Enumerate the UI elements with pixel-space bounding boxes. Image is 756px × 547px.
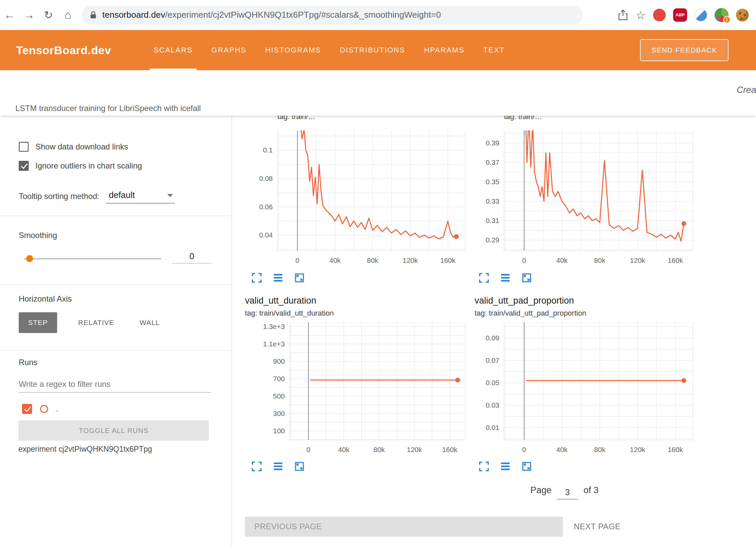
smoothing-label: Smoothing xyxy=(19,231,57,240)
svg-text:80k: 80k xyxy=(373,446,385,453)
fullscreen-icon[interactable] xyxy=(478,461,490,472)
address-bar[interactable]: tensorboard.dev/experiment/cj2vtPiwQHKN9… xyxy=(82,6,583,24)
url-text: tensorboard.dev/experiment/cj2vtPiwQHKN9… xyxy=(102,10,441,20)
back-icon[interactable]: ← xyxy=(0,8,19,21)
svg-text:40k: 40k xyxy=(556,446,568,453)
svg-text:0.04: 0.04 xyxy=(259,231,273,239)
svg-text:160k: 160k xyxy=(668,446,683,453)
avatar-badge: 1 xyxy=(723,16,731,23)
forward-icon[interactable]: → xyxy=(19,8,39,21)
ignore-outliers-row: Ignore outliers in chart scaling xyxy=(19,161,142,171)
data-lines-icon[interactable] xyxy=(272,461,284,472)
tab-distributions[interactable]: DISTRIBUTIONS xyxy=(336,30,409,70)
previous-page-button[interactable]: PREVIOUS PAGE xyxy=(245,517,563,537)
chart-tag: tag: train/valid_utt_duration xyxy=(245,309,334,318)
show-download-checkbox[interactable] xyxy=(19,142,29,152)
tab-graphs[interactable]: GRAPHS xyxy=(207,30,250,70)
chart-bottom-left: 1003005007009001.1e+31.3e+3040k80k120k16… xyxy=(249,322,469,455)
tensorboard-page: ← → ↻ ⌂ tensorboard.dev/experiment/cj2vt… xyxy=(0,0,756,547)
chart-actions xyxy=(478,461,532,472)
svg-text:80k: 80k xyxy=(594,256,606,264)
tab-histograms[interactable]: HISTOGRAMS xyxy=(261,30,325,70)
chart-actions xyxy=(251,272,305,284)
scalar-chart[interactable]: 0.290.310.330.350.370.39040k80k120k160k xyxy=(464,130,697,266)
runs-filter-input[interactable] xyxy=(19,376,211,393)
page-of-label: of 3 xyxy=(584,483,599,497)
bookmark-star-icon[interactable]: ☆ xyxy=(636,8,646,22)
svg-text:0: 0 xyxy=(522,256,526,264)
ignore-outliers-label: Ignore outliers in chart scaling xyxy=(35,161,142,171)
next-page-button[interactable]: NEXT PAGE xyxy=(574,517,621,537)
cookie-icon[interactable] xyxy=(736,9,749,21)
svg-text:40k: 40k xyxy=(338,446,350,453)
tab-hparams[interactable]: HPARAMS xyxy=(420,30,469,70)
fit-domain-icon[interactable] xyxy=(521,461,532,472)
svg-text:0.33: 0.33 xyxy=(486,197,499,205)
fit-domain-icon[interactable] xyxy=(294,461,305,472)
data-lines-icon[interactable] xyxy=(272,272,284,284)
axis-wall-button[interactable]: WALL xyxy=(130,312,169,333)
tab-text[interactable]: TEXT xyxy=(479,30,509,70)
settings-sidebar: Show data download links Ignore outliers… xyxy=(0,116,232,547)
profile-avatar[interactable]: 1 xyxy=(715,8,729,22)
toolbar-right: ☆ ABP 1 xyxy=(618,8,756,22)
smoothing-slider-thumb[interactable] xyxy=(26,255,33,262)
fit-domain-icon[interactable] xyxy=(521,272,532,284)
tooltip-sorting-label: Tooltip sorting method: xyxy=(19,192,99,204)
chart-title: valid_utt_pad_proportion xyxy=(475,296,574,306)
share-icon[interactable] xyxy=(618,9,628,21)
scalar-chart[interactable]: 1003005007009001.1e+31.3e+3040k80k120k16… xyxy=(249,322,469,455)
svg-text:0.03: 0.03 xyxy=(486,401,499,409)
svg-text:120k: 120k xyxy=(407,446,422,453)
fit-domain-icon[interactable] xyxy=(294,272,305,284)
scalar-chart[interactable]: 0.040.060.080.1040k80k120k160k xyxy=(237,130,469,266)
fullscreen-icon[interactable] xyxy=(251,272,262,284)
svg-text:120k: 120k xyxy=(630,446,645,453)
home-icon[interactable]: ⌂ xyxy=(58,8,78,21)
tooltip-sorting-row: Tooltip sorting method: default xyxy=(19,190,175,204)
svg-text:160k: 160k xyxy=(440,256,456,264)
chart-tag: tag: train/valid_utt_pad_proportion xyxy=(475,309,586,318)
svg-text:0.01: 0.01 xyxy=(486,424,499,431)
divider xyxy=(0,350,231,351)
svg-text:1.3e+3: 1.3e+3 xyxy=(263,323,285,330)
toggle-all-runs-button[interactable]: TOGGLE ALL RUNS xyxy=(18,420,209,441)
smoothing-value-input[interactable] xyxy=(172,249,212,263)
experiment-description: LSTM transducer training for LibriSpeech… xyxy=(15,104,201,113)
show-download-row: Show data download links xyxy=(19,142,128,152)
created-truncated-text: Crea xyxy=(737,85,756,95)
extension-icon[interactable] xyxy=(695,9,707,21)
scalar-chart[interactable]: 0.010.030.050.070.09040k80k120k160k xyxy=(464,322,697,455)
send-feedback-button[interactable]: SEND FEEDBACK xyxy=(640,39,729,61)
svg-text:120k: 120k xyxy=(630,256,645,264)
main-nav: SCALARS GRAPHS HISTOGRAMS DISTRIBUTIONS … xyxy=(150,30,509,70)
abp-extension-icon[interactable]: ABP xyxy=(673,8,687,22)
fullscreen-icon[interactable] xyxy=(251,461,262,472)
svg-text:0.06: 0.06 xyxy=(259,203,273,211)
tooltip-sorting-value: default xyxy=(109,190,135,200)
axis-relative-button[interactable]: RELATIVE xyxy=(69,312,124,333)
svg-text:0.31: 0.31 xyxy=(486,217,499,224)
experiment-id-label: experiment cj2vtPiwQHKN9Q1tx6PTpg xyxy=(18,445,152,454)
tab-scalars[interactable]: SCALARS xyxy=(150,30,197,70)
ignore-outliers-checkbox[interactable] xyxy=(19,161,29,171)
horizontal-axis-label: Horizontal Axis xyxy=(19,294,72,304)
run-checkbox[interactable] xyxy=(22,404,32,414)
axis-step-button[interactable]: STEP xyxy=(19,312,57,333)
svg-text:160k: 160k xyxy=(442,446,458,453)
run-color-swatch[interactable] xyxy=(40,405,48,413)
reload-icon[interactable]: ↻ xyxy=(39,9,58,21)
adblock-extension-icon[interactable] xyxy=(653,9,666,21)
data-lines-icon[interactable] xyxy=(500,461,511,472)
page-number-input[interactable] xyxy=(557,486,578,500)
data-lines-icon[interactable] xyxy=(500,272,511,284)
chart-top-right: 0.290.310.330.350.370.39040k80k120k160k xyxy=(464,130,697,266)
svg-text:80k: 80k xyxy=(594,446,606,453)
tensorboard-logo[interactable]: TensorBoard.dev xyxy=(16,44,111,57)
divider xyxy=(0,216,231,216)
tooltip-sorting-dropdown[interactable]: default xyxy=(106,190,175,204)
show-download-label: Show data download links xyxy=(35,142,128,151)
chart-title: valid_utt_duration xyxy=(245,296,316,306)
smoothing-slider-track[interactable] xyxy=(24,258,161,259)
fullscreen-icon[interactable] xyxy=(478,272,490,284)
